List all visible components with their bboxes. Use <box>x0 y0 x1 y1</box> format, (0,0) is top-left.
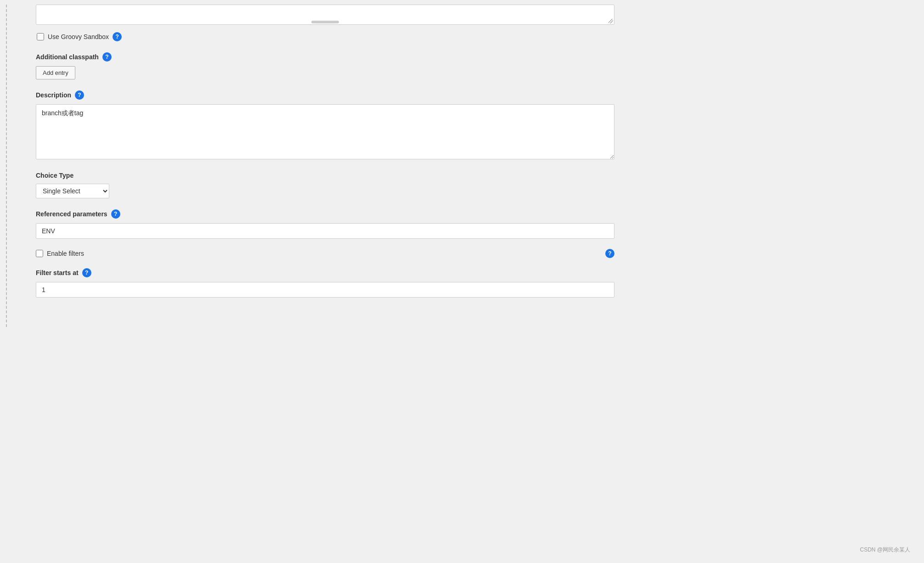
description-label-row: Description ? <box>36 90 614 100</box>
filter-starts-at-label: Filter starts at <box>36 269 79 276</box>
description-textarea[interactable] <box>36 104 614 159</box>
groovy-sandbox-help-icon[interactable]: ? <box>113 32 122 41</box>
description-label: Description <box>36 91 71 99</box>
description-help-icon[interactable]: ? <box>75 90 84 100</box>
enable-filters-label: Enable filters <box>47 250 84 257</box>
choice-type-label-row: Choice Type <box>36 172 614 179</box>
textarea-resize-handle[interactable] <box>608 19 613 23</box>
description-section: Description ? <box>36 90 614 161</box>
choice-type-select[interactable]: Single Select Multi Select Radio Buttons… <box>36 184 109 198</box>
groovy-sandbox-label: Use Groovy Sandbox <box>48 33 109 40</box>
filter-starts-at-section: Filter starts at ? <box>36 268 614 298</box>
filter-starts-at-input[interactable] <box>36 282 614 298</box>
filter-starts-at-label-row: Filter starts at ? <box>36 268 614 277</box>
referenced-parameters-help-icon[interactable]: ? <box>111 209 120 219</box>
choice-type-label: Choice Type <box>36 172 73 179</box>
dashed-border <box>0 5 13 327</box>
additional-classpath-label: Additional classpath <box>36 53 99 61</box>
referenced-parameters-section: Referenced parameters ? <box>36 209 614 239</box>
main-content: Use Groovy Sandbox ? Additional classpat… <box>13 5 633 327</box>
enable-filters-row: Enable filters ? <box>36 250 614 257</box>
groovy-sandbox-checkbox[interactable] <box>37 33 44 40</box>
enable-filters-help-icon[interactable]: ? <box>605 249 614 258</box>
additional-classpath-label-row: Additional classpath ? <box>36 52 614 62</box>
top-script-textarea[interactable] <box>36 5 614 25</box>
filter-starts-at-help-icon[interactable]: ? <box>82 268 91 277</box>
enable-filters-checkbox[interactable] <box>36 250 43 257</box>
referenced-parameters-input[interactable] <box>36 223 614 239</box>
add-entry-button[interactable]: Add entry <box>36 66 75 79</box>
referenced-parameters-label-row: Referenced parameters ? <box>36 209 614 219</box>
referenced-parameters-label: Referenced parameters <box>36 210 107 218</box>
additional-classpath-section: Additional classpath ? Add entry <box>36 52 614 79</box>
textarea-scrollbar <box>311 21 339 23</box>
choice-type-section: Choice Type Single Select Multi Select R… <box>36 172 614 198</box>
groovy-sandbox-row: Use Groovy Sandbox ? <box>36 32 614 41</box>
additional-classpath-help-icon[interactable]: ? <box>102 52 112 62</box>
